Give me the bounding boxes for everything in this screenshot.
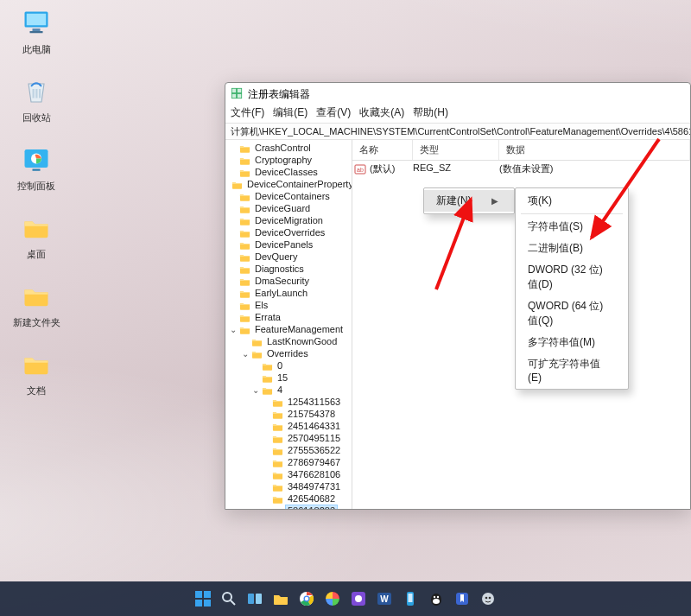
tree-node[interactable]: 2786979467 <box>229 456 352 468</box>
color-wheel-icon[interactable] <box>323 589 342 608</box>
folder-icon <box>262 361 273 370</box>
tree-node-label: DevQuery <box>253 251 300 262</box>
start-button[interactable] <box>193 589 212 608</box>
tree-node[interactable]: Diagnostics <box>229 263 352 275</box>
menu-edit[interactable]: 编辑(E) <box>273 105 307 123</box>
ctx-new[interactable]: 新建(N) ▶ <box>424 190 514 212</box>
tree-node-label: 15 <box>276 372 289 383</box>
tree-node[interactable]: DeviceMigration <box>229 214 352 226</box>
tree-node[interactable]: 2570495115 <box>229 432 352 444</box>
col-name[interactable]: 名称 <box>352 140 413 160</box>
tree-spacer <box>229 277 237 285</box>
app-purple-icon[interactable] <box>349 589 368 608</box>
menu-file[interactable]: 文件(F) <box>231 105 264 123</box>
tree-node-label: 2570495115 <box>286 433 342 443</box>
col-type[interactable]: 类型 <box>413 140 499 160</box>
tree-node[interactable]: ⌄FeatureManagement <box>229 323 352 335</box>
phone-icon[interactable] <box>401 589 420 608</box>
svg-rect-9 <box>33 169 41 171</box>
desktop-icon-this-pc[interactable]: 此电脑 <box>9 7 64 56</box>
tree-node[interactable]: DevicePanels <box>229 238 352 251</box>
desktop-icon-recycle-bin[interactable]: 回收站 <box>9 75 64 124</box>
tree-node[interactable]: DeviceGuard <box>229 202 352 214</box>
string-value-icon: ab <box>352 162 368 175</box>
tree-spacer <box>229 144 237 152</box>
search-icon[interactable] <box>219 589 238 608</box>
word-icon[interactable]: W <box>375 589 394 608</box>
tree-node[interactable]: 2451464331 <box>229 420 352 432</box>
list-row[interactable]: ab (默认) REG_SZ (数值未设置) <box>352 161 690 177</box>
svg-rect-20 <box>204 591 211 598</box>
tree-spacer <box>229 217 237 225</box>
svg-text:W: W <box>380 594 389 604</box>
tree-node[interactable]: 586118283 <box>229 505 352 509</box>
tree-node[interactable]: ⌄4 <box>229 384 352 396</box>
ctx-item[interactable]: 项(K) <box>516 190 628 212</box>
tree-node[interactable]: DmaSecurity <box>229 275 352 287</box>
menu-help[interactable]: 帮助(H) <box>413 105 448 123</box>
folder-icon <box>239 143 250 152</box>
svg-point-38 <box>433 599 440 604</box>
ctx-item[interactable]: 可扩充字符串值(E) <box>516 353 628 387</box>
chevron-down-icon[interactable]: ⌄ <box>251 386 259 394</box>
desktop-icon-folder-2[interactable]: 新建文件夹 <box>9 280 64 329</box>
svg-line-24 <box>231 600 235 605</box>
tree-node[interactable]: DeviceContainers <box>229 190 352 202</box>
folder-icon <box>20 212 53 244</box>
tree-node[interactable]: EarlyLaunch <box>229 287 352 299</box>
tree-node[interactable]: 3484974731 <box>229 480 352 492</box>
taskview-icon[interactable] <box>245 589 264 608</box>
svg-rect-22 <box>204 600 211 606</box>
misc-app-icon[interactable] <box>479 589 498 608</box>
qq-icon[interactable] <box>427 589 446 608</box>
menu-favorites[interactable]: 收藏夹(A) <box>359 105 404 123</box>
tree-spacer <box>262 495 269 503</box>
desktop-icon-folder-3[interactable]: 文档 <box>9 348 64 397</box>
tree-node[interactable]: CrashControl <box>229 142 352 154</box>
titlebar[interactable]: 注册表编辑器 <box>225 83 690 105</box>
address-bar[interactable]: 计算机\HKEY_LOCAL_MACHINE\SYSTEM\CurrentCon… <box>225 123 690 140</box>
tree-node-label: 2786979467 <box>286 457 342 467</box>
chevron-down-icon[interactable]: ⌄ <box>241 350 249 358</box>
tree-node[interactable]: DeviceClasses <box>229 166 352 178</box>
tree-node[interactable]: 1254311563 <box>229 396 352 408</box>
ctx-item[interactable]: DWORD (32 位)值(D) <box>516 259 628 295</box>
tree-spacer <box>251 374 259 382</box>
tree-node[interactable]: Els <box>229 299 352 311</box>
tree-node-label: FeatureManagement <box>253 324 345 334</box>
ctx-item[interactable]: 二进制值(B) <box>516 238 628 259</box>
tree-node[interactable]: LastKnownGood <box>229 335 352 347</box>
ctx-item[interactable]: 多字符串值(M) <box>516 332 628 353</box>
tree-node[interactable]: DeviceContainerPropertyUpda <box>229 178 352 190</box>
tree-node[interactable]: DevQuery <box>229 251 352 263</box>
tree-node[interactable]: Errata <box>229 311 352 323</box>
desktop-icon-folder-1[interactable]: 桌面 <box>9 212 64 261</box>
desktop-icon-control-panel[interactable]: 控制面板 <box>9 143 64 193</box>
col-data[interactable]: 数据 <box>499 140 690 160</box>
tree-node[interactable]: Cryptography <box>229 154 352 166</box>
ctx-item[interactable]: 字符串值(S) <box>516 216 628 238</box>
tree-node[interactable]: 15 <box>229 372 352 384</box>
chevron-down-icon[interactable]: ⌄ <box>229 326 237 333</box>
tree-node[interactable]: 2755536522 <box>229 444 352 456</box>
tree-node[interactable]: 215754378 <box>229 408 352 420</box>
window-title: 注册表编辑器 <box>248 87 310 102</box>
menu-view[interactable]: 查看(V) <box>316 105 351 123</box>
tree-node[interactable]: 0 <box>229 359 352 372</box>
folder-icon <box>272 434 283 442</box>
context-menu-secondary: 项(K)字符串值(S)二进制值(B)DWORD (32 位)值(D)QWORD … <box>515 187 629 390</box>
tree-node[interactable]: DeviceOverrides <box>229 226 352 238</box>
folder-icon <box>272 458 283 467</box>
desktop-icons: 此电脑 回收站 控制面板 桌面 新建文件夹 文档 <box>9 7 64 397</box>
explorer-icon[interactable] <box>271 589 290 608</box>
tree-node[interactable]: 3476628106 <box>229 468 352 480</box>
tree-spacer <box>229 314 237 321</box>
chrome-icon[interactable] <box>297 589 316 608</box>
bookmark-app-icon[interactable] <box>453 589 472 608</box>
tree-node-label: 215754378 <box>286 409 337 419</box>
tree-node[interactable]: 426540682 <box>229 492 352 505</box>
ctx-item[interactable]: QWORD (64 位)值(Q) <box>516 295 628 332</box>
tree-node-label: LastKnownGood <box>265 336 339 346</box>
tree-pane[interactable]: CrashControlCryptographyDeviceClassesDev… <box>225 140 352 509</box>
tree-node[interactable]: ⌄Overrides <box>229 347 352 359</box>
